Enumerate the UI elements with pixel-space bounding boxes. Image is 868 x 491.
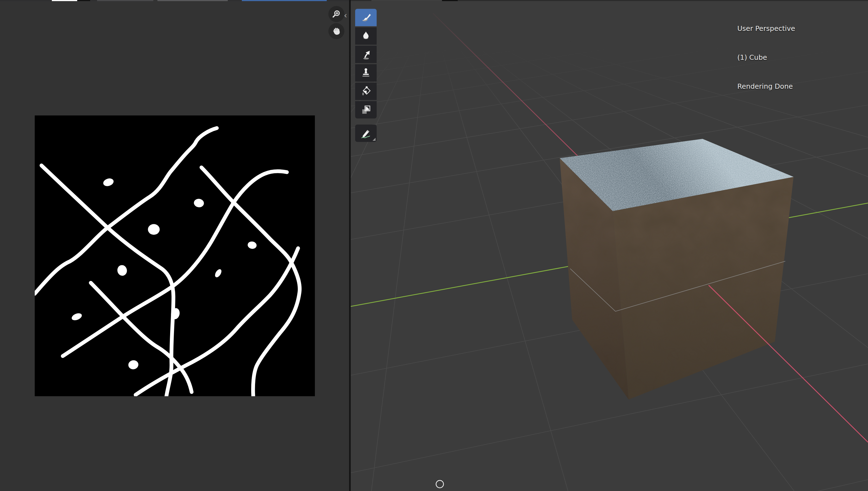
tool-draw[interactable]: [355, 9, 377, 26]
droplet-icon: [360, 30, 372, 42]
smear-icon: [360, 49, 372, 61]
tool-fill[interactable]: [355, 83, 377, 100]
stamp-icon: [360, 67, 372, 79]
image-editor-panel[interactable]: ‹: [0, 0, 349, 491]
mask-icon: [360, 104, 372, 116]
header-strip-seg: [0, 0, 52, 1]
header-strip-seg: [97, 0, 153, 1]
header-strip-seg: [242, 0, 327, 1]
pan-gizmo-button[interactable]: [328, 23, 344, 39]
mask-drawing: [35, 115, 315, 396]
tool-mask[interactable]: [355, 101, 377, 118]
header-strip-seg: [351, 0, 372, 1]
sidebar-toggle[interactable]: ‹: [342, 10, 349, 21]
render-status-label: Rendering Done: [737, 82, 795, 91]
brush-cursor-ring: [436, 480, 444, 488]
paint-canvas[interactable]: [35, 115, 315, 396]
active-object-label: (1) Cube: [737, 53, 795, 62]
header-strip-seg: [372, 0, 442, 1]
tool-clone[interactable]: [355, 64, 377, 82]
viewport-overlay-text: User Perspective (1) Cube Rendering Done: [737, 4, 795, 111]
header-strip-seg: [327, 0, 349, 1]
tool-soften[interactable]: [355, 27, 377, 45]
header-strip-seg: [90, 0, 97, 1]
viewport-3d[interactable]: User Perspective (1) Cube Rendering Done: [351, 0, 868, 491]
view-name-label: User Perspective: [737, 24, 795, 33]
magnifier-plus-icon: [332, 9, 341, 19]
tool-annotate[interactable]: [355, 124, 377, 142]
blender-window: ‹ User Perspective (1) Cube Rendering: [0, 0, 868, 491]
header-strip-seg: [77, 0, 90, 1]
submenu-corner-indicator: [373, 138, 376, 141]
header-strip-seg: [442, 0, 458, 1]
texture-paint-toolbar: [355, 9, 377, 143]
brush-icon: [360, 11, 372, 24]
header-strip-seg: [228, 0, 242, 1]
hand-icon: [331, 26, 341, 36]
annotate-icon: [360, 127, 372, 139]
header-strip-seg: [52, 0, 77, 1]
bucket-icon: [360, 85, 372, 97]
tool-smear[interactable]: [355, 46, 377, 63]
header-strip-seg: [158, 0, 228, 1]
header-strip-seg: [458, 0, 868, 1]
